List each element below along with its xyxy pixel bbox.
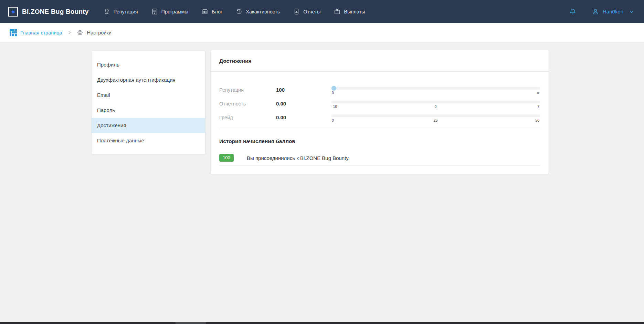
breadcrumb-home-link[interactable]: Главная страница <box>10 29 62 36</box>
slider-track <box>331 101 540 103</box>
footer-edge-segment <box>176 322 206 324</box>
report-icon <box>293 8 300 15</box>
nav-item-reports[interactable]: Отчеты <box>293 8 320 15</box>
tick-min: 0 <box>332 91 334 95</box>
medal-icon <box>103 8 110 15</box>
sidebar-item-profile[interactable]: Профиль <box>92 57 205 72</box>
main-navigation: Репутация Программы <box>103 8 365 15</box>
building-icon <box>151 8 158 15</box>
chevron-down-icon <box>629 9 634 14</box>
bell-icon[interactable] <box>569 8 577 16</box>
nav-item-payouts[interactable]: Выплаты <box>334 8 365 15</box>
person-icon <box>592 8 599 16</box>
nav-item-blog[interactable]: Блог <box>201 8 222 15</box>
metric-row-reputation: Репутация 100 0 ∞ <box>219 87 540 101</box>
nav-item-label: Выплаты <box>344 9 365 14</box>
slider-track <box>331 114 540 117</box>
tick-max: 7 <box>537 104 539 109</box>
news-icon <box>201 8 209 15</box>
slider-knob <box>331 86 336 91</box>
brand-logo[interactable]: BI.ZONE Bug Bounty <box>8 7 89 17</box>
nav-item-label: Блог <box>212 9 222 14</box>
metric-slider: -10 0 7 <box>331 101 540 109</box>
history-entry: 100 Вы присоединились к Bi.ZONE Bug Boun… <box>219 154 540 165</box>
breadcrumb-current-label: Настройки <box>87 30 112 36</box>
card-title: Достижения <box>211 50 549 72</box>
nav-item-label: Репутация <box>114 9 138 14</box>
breadcrumb-home-label: Главная страница <box>20 30 62 36</box>
gear-icon <box>76 29 84 36</box>
metric-value: 0.00 <box>276 101 331 107</box>
footer-edge <box>0 322 644 324</box>
page-content: Профиль Двухфакторная аутентификация Ema… <box>0 42 644 322</box>
tick-mid: 25 <box>434 118 438 122</box>
metric-value: 0.00 <box>276 114 331 120</box>
breadcrumb-separator-icon <box>67 30 72 35</box>
top-navbar: BI.ZONE Bug Bounty Репутация <box>0 0 644 23</box>
sidebar-item-email[interactable]: Email <box>92 88 205 103</box>
payout-icon <box>334 8 341 15</box>
sidebar-item-password[interactable]: Пароль <box>92 103 205 118</box>
nav-item-reputation[interactable]: Репутация <box>103 8 138 15</box>
nav-item-label: Отчеты <box>303 9 320 14</box>
metric-slider: 0 ∞ <box>331 87 540 95</box>
bug-logo-icon <box>8 7 18 17</box>
history-icon <box>235 8 243 15</box>
metric-label: Грейд <box>219 114 276 120</box>
metric-value: 100 <box>276 87 331 93</box>
metric-row-reporting: Отчетность 0.00 -10 0 7 <box>219 101 540 114</box>
nav-item-programs[interactable]: Программы <box>151 8 188 15</box>
slider-ticks: -10 0 7 <box>331 104 540 109</box>
breadcrumb: Главная страница Настройки <box>0 23 644 42</box>
dashboard-icon <box>10 29 17 36</box>
navbar-right: Han0ken <box>569 8 634 16</box>
points-badge: 100 <box>219 154 234 162</box>
nav-item-label: Программы <box>161 9 188 14</box>
nav-item-label: Хакактивность <box>246 9 280 14</box>
section-divider <box>219 129 540 129</box>
slider-track <box>331 87 540 90</box>
user-menu[interactable]: Han0ken <box>592 8 634 16</box>
history-title: История начисления баллов <box>219 138 540 144</box>
metric-row-grade: Грейд 0.00 0 25 50 <box>219 114 540 128</box>
tick-mid: 0 <box>435 104 437 109</box>
settings-sidebar: Профиль Двухфакторная аутентификация Ema… <box>91 51 205 155</box>
sidebar-item-achievements[interactable]: Достижения <box>92 118 205 133</box>
metric-label: Репутация <box>219 87 276 93</box>
sidebar-item-payment-data[interactable]: Платежные данные <box>92 133 205 148</box>
breadcrumb-current: Настройки <box>76 29 112 36</box>
metrics-section: Репутация 100 0 ∞ Отчетность 0.00 <box>211 72 549 128</box>
tick-max: ∞ <box>537 91 540 95</box>
sidebar-item-2fa[interactable]: Двухфакторная аутентификация <box>92 72 205 88</box>
slider-ticks: 0 25 50 <box>331 118 540 123</box>
tick-min: -10 <box>332 104 337 109</box>
username: Han0ken <box>603 9 623 14</box>
tick-max: 50 <box>535 118 539 122</box>
history-entry-text: Вы присоединились к Bi.ZONE Bug Bounty <box>247 155 349 161</box>
metric-slider: 0 25 50 <box>331 114 540 123</box>
metric-label: Отчетность <box>219 101 276 107</box>
slider-ticks: 0 ∞ <box>331 91 540 95</box>
nav-item-hackactivity[interactable]: Хакактивность <box>235 8 280 15</box>
brand-title: BI.ZONE Bug Bounty <box>22 8 89 16</box>
tick-min: 0 <box>332 118 334 122</box>
achievements-card: Достижения Репутация 100 0 ∞ Отчетн <box>210 50 549 174</box>
history-section: История начисления баллов 100 Вы присоед… <box>211 138 549 165</box>
